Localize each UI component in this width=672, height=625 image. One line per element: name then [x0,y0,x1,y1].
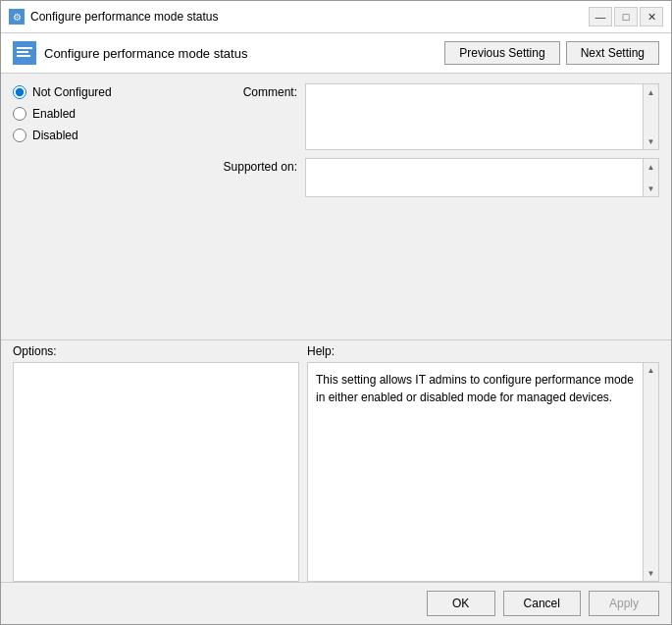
supported-on-textarea[interactable] [305,158,644,197]
options-box [13,362,299,583]
header-icon [13,41,36,65]
supported-scrollbar: ▲ ▼ [644,158,659,197]
enabled-label: Enabled [32,107,76,121]
svg-rect-1 [17,47,32,49]
window-title: Configure performance mode status [30,10,218,24]
radio-group: Not Configured Enabled Disabled [13,85,199,142]
minimize-button[interactable]: — [589,7,612,26]
bottom-section: Options: Help: This setting allows IT ad… [1,344,671,583]
supported-scroll-up-icon[interactable]: ▲ [645,160,658,174]
svg-rect-3 [17,55,30,57]
options-help-boxes: This setting allows IT admins to configu… [13,362,659,583]
comment-label: Comment: [209,83,297,99]
help-text: This setting allows IT admins to configu… [307,362,644,583]
not-configured-option[interactable]: Not Configured [13,85,199,99]
window-icon: ⚙ [9,9,25,25]
left-panel: Not Configured Enabled Disabled [13,83,209,322]
header-title: Configure performance mode status [44,46,247,61]
right-panel: Comment: ▲ ▼ Supported on: ▲ ▼ [209,83,659,322]
title-buttons: — □ ✕ [589,7,663,26]
help-box-wrap: This setting allows IT admins to configu… [307,362,659,583]
comment-scroll-down-icon[interactable]: ▼ [645,134,658,148]
comment-scrollbar: ▲ ▼ [644,83,659,150]
title-bar: ⚙ Configure performance mode status — □ … [1,1,671,33]
supported-on-row: Supported on: ▲ ▼ [209,158,659,197]
comment-area-wrap: ▲ ▼ [305,83,659,150]
svg-rect-2 [17,51,28,53]
main-content: Not Configured Enabled Disabled Comment: [1,74,671,332]
disabled-option[interactable]: Disabled [13,129,199,142]
disabled-label: Disabled [32,129,78,142]
help-label: Help: [307,344,659,358]
supported-area-wrap: ▲ ▼ [305,158,659,197]
header-buttons: Previous Setting Next Setting [444,41,659,65]
enabled-option[interactable]: Enabled [13,107,199,121]
close-button[interactable]: ✕ [640,7,663,26]
section-labels: Options: Help: [13,344,659,358]
help-scroll-down-icon[interactable]: ▼ [645,566,658,580]
not-configured-label: Not Configured [32,85,112,99]
help-scrollbar: ▲ ▼ [644,362,659,583]
comment-row: Comment: ▲ ▼ [209,83,659,150]
supported-on-label: Supported on: [209,158,297,174]
header-bar: Configure performance mode status Previo… [1,33,671,74]
disabled-radio[interactable] [13,129,26,142]
supported-scroll-down-icon[interactable]: ▼ [645,182,658,195]
comment-textarea[interactable] [305,83,644,150]
cancel-button[interactable]: Cancel [503,591,581,616]
apply-button[interactable]: Apply [589,591,659,616]
footer: OK Cancel Apply [1,582,671,624]
next-setting-button[interactable]: Next Setting [566,41,659,65]
comment-scroll-up-icon[interactable]: ▲ [645,85,658,99]
previous-setting-button[interactable]: Previous Setting [444,41,559,65]
options-label: Options: [13,344,307,358]
enabled-radio[interactable] [13,107,26,121]
main-window: ⚙ Configure performance mode status — □ … [0,0,672,625]
help-scroll-up-icon[interactable]: ▲ [645,364,658,378]
maximize-button[interactable]: □ [614,7,638,26]
ok-button[interactable]: OK [427,591,495,616]
header-left: Configure performance mode status [13,41,247,65]
title-bar-left: ⚙ Configure performance mode status [9,9,218,25]
section-divider [1,339,671,340]
not-configured-radio[interactable] [13,85,26,99]
